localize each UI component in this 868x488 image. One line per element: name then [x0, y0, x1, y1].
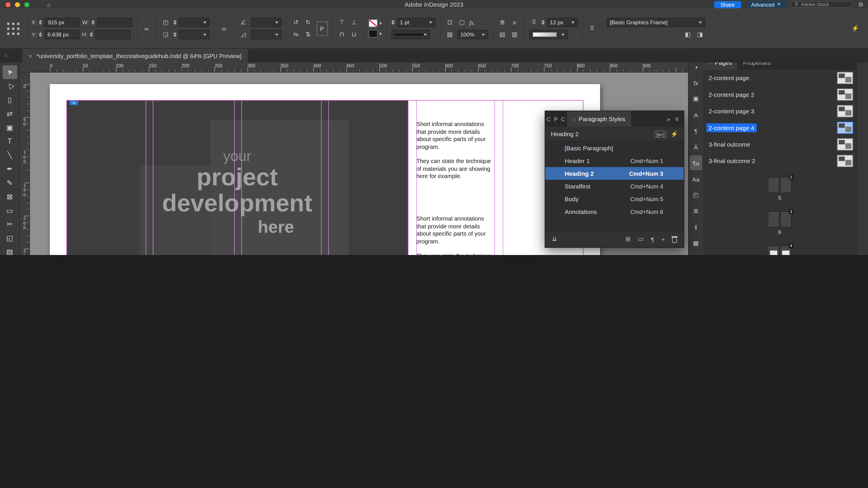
flip-horizontal-button[interactable]: ⇋ — [291, 30, 301, 39]
column-guide[interactable] — [329, 100, 329, 255]
pages-panel-item[interactable]: 3-final outcome 2 — [703, 153, 857, 169]
linked-image-badge[interactable]: ∞ — [70, 100, 78, 105]
quick-apply-icon[interactable]: ⚡ — [671, 130, 678, 138]
character-styles-icon[interactable]: Aa — [690, 171, 702, 187]
content-collector-tool[interactable]: ▣ — [3, 121, 17, 134]
gradient-icon[interactable]: ▥ — [690, 252, 702, 255]
fullscreen-window-button[interactable] — [24, 2, 29, 7]
page-thumbnail[interactable] — [837, 155, 853, 167]
select-previous-icon[interactable]: ⊓ — [337, 30, 347, 39]
scale-y-select[interactable] — [179, 30, 210, 39]
effects-icon[interactable]: fx — [690, 75, 702, 90]
page-thumbnail[interactable] — [837, 72, 853, 84]
y-input[interactable]: 6.638 px — [44, 30, 80, 39]
text-wrap-left-icon[interactable]: ◧ — [683, 30, 693, 39]
rectangle-tool[interactable]: ▭ — [3, 203, 17, 218]
new-style-icon[interactable]: + — [661, 236, 665, 242]
w-stepper[interactable] — [91, 20, 94, 25]
close-window-button[interactable] — [5, 2, 10, 7]
frame-options-icon[interactable]: ▥ — [509, 30, 519, 39]
tab-paragraph-styles[interactable]: ◇ Paragraph Styles — [567, 111, 631, 127]
column-guide[interactable] — [416, 100, 417, 255]
fill-swatch[interactable] — [368, 20, 377, 27]
vertical-ruler[interactable]: 05 01 0 01 5 02 0 02 5 03 0 03 5 04 0 04… — [20, 72, 30, 255]
text-wrap-right-icon[interactable]: ◨ — [695, 30, 705, 39]
chevron-right-icon[interactable] — [380, 22, 382, 25]
h-input[interactable] — [95, 30, 130, 39]
page-tool[interactable]: ▯ — [3, 93, 17, 107]
pages-panel-item[interactable]: 2-content page 3 — [703, 103, 857, 120]
page-spread[interactable]: ∞ your project development here Short in… — [50, 84, 600, 255]
selection-tool[interactable]: ➤ — [3, 65, 17, 79]
pencil-tool[interactable]: ✎ — [3, 176, 17, 190]
paragraph-style-row[interactable]: Body Cmd+Num 5 — [546, 193, 684, 205]
annotation-text-frame[interactable]: Short informal annotations that provide … — [416, 215, 495, 255]
page-thumbnail[interactable] — [837, 122, 853, 134]
type-tool[interactable]: T — [3, 134, 17, 148]
column-guide[interactable] — [321, 100, 322, 255]
page-name[interactable]: 2-content page — [706, 73, 751, 83]
column-guide[interactable] — [241, 100, 242, 255]
paragraph-style-row[interactable]: Standfirst Cmd+Num 4 — [546, 180, 684, 193]
spread-item[interactable]: 4 7 — [768, 246, 792, 255]
rotate-ccw-button[interactable]: ↺ — [291, 18, 301, 27]
y-stepper[interactable] — [39, 32, 42, 37]
home-icon[interactable]: ⌂ — [47, 1, 51, 8]
column-guide[interactable] — [153, 100, 153, 255]
scale-x-stepper[interactable] — [173, 20, 176, 25]
glyphs-icon[interactable]: Ä — [690, 139, 702, 154]
gap-tool[interactable]: ⇄ — [3, 107, 17, 121]
stroke-icon[interactable]: ≣ — [690, 203, 702, 219]
expand-panel-icon[interactable]: » — [666, 116, 670, 122]
line-tool[interactable]: ╲ — [3, 148, 17, 162]
page-thumbnail[interactable] — [837, 105, 853, 118]
paragraph-icon[interactable]: ¶ — [690, 124, 702, 138]
character-icon[interactable]: A — [690, 107, 702, 122]
constrain-dimensions-link-icon[interactable]: ∞ — [142, 24, 151, 33]
align-left-icon[interactable]: ≣ — [497, 18, 507, 27]
page-name[interactable]: 2-content page 3 — [706, 107, 756, 116]
h-stepper[interactable] — [90, 32, 93, 37]
stroke-weight-stepper[interactable] — [391, 20, 394, 25]
page-thumbnail[interactable] — [837, 89, 853, 101]
leading-select[interactable]: 12 px — [547, 18, 578, 27]
w-input[interactable] — [97, 18, 132, 27]
scale-x-select[interactable] — [179, 18, 210, 27]
select-content-icon[interactable]: ⊥ — [349, 18, 359, 27]
column-guide[interactable] — [408, 100, 408, 255]
margin-guide[interactable] — [66, 100, 67, 255]
delete-style-icon[interactable] — [672, 237, 677, 243]
opacity-select[interactable]: 100% — [457, 30, 488, 39]
advanced-menu-button[interactable]: Advanced — [747, 1, 785, 8]
align-icon[interactable]: ‖ — [690, 220, 702, 235]
pages-panel-item[interactable]: 2-content page — [703, 70, 857, 86]
image-placeholder-frame-top[interactable]: ∞ your project development here — [66, 100, 408, 255]
object-style-select[interactable]: [Basic Graphics Frame] — [607, 18, 705, 27]
x-input[interactable]: 915 px — [44, 18, 80, 27]
paragraph-style-row[interactable]: Annotations Cmd+Num 6 — [546, 205, 684, 218]
select-container-icon[interactable]: ⊤ — [337, 18, 347, 27]
spread-item[interactable]: 3 6 — [768, 211, 792, 235]
annotation-text-frame[interactable]: Short informal annotations that provide … — [416, 121, 495, 180]
quick-apply-bolt-icon[interactable]: ⚡ — [850, 24, 860, 33]
paragraph-styles-icon[interactable]: ¶a — [690, 156, 702, 170]
flip-vertical-button[interactable]: ⇅ — [303, 30, 313, 39]
adobe-stock-search[interactable]: ⚲ Adobe Stock — [790, 1, 852, 8]
stroke-style-select[interactable] — [391, 30, 430, 39]
align-center-icon[interactable]: ≡ — [509, 18, 519, 27]
frame-fitting-icon[interactable]: ▤ — [497, 30, 507, 39]
shear-angle-select[interactable] — [251, 30, 281, 39]
select-next-icon[interactable]: ⊔ — [349, 30, 359, 39]
scale-y-stepper[interactable] — [173, 32, 176, 37]
constrain-scale-link-icon[interactable]: ∞ — [219, 24, 229, 33]
spread-thumbnail[interactable]: 3 — [768, 211, 792, 227]
margin-guide[interactable] — [66, 100, 583, 101]
page-name[interactable]: 3-final outcome — [706, 140, 752, 149]
page-thumbnail[interactable] — [837, 138, 853, 150]
page-thumbnail[interactable] — [768, 246, 779, 255]
settings-gear-icon[interactable]: ⚙ — [858, 1, 864, 8]
paragraph-style-row[interactable]: Header 1 Cmd+Num 1 — [546, 154, 684, 167]
x-stepper[interactable] — [39, 20, 42, 25]
paragraph-style-row[interactable]: Heading 2 Cmd+Num 3 — [546, 167, 684, 180]
scissors-tool[interactable]: ✂ — [3, 218, 17, 231]
